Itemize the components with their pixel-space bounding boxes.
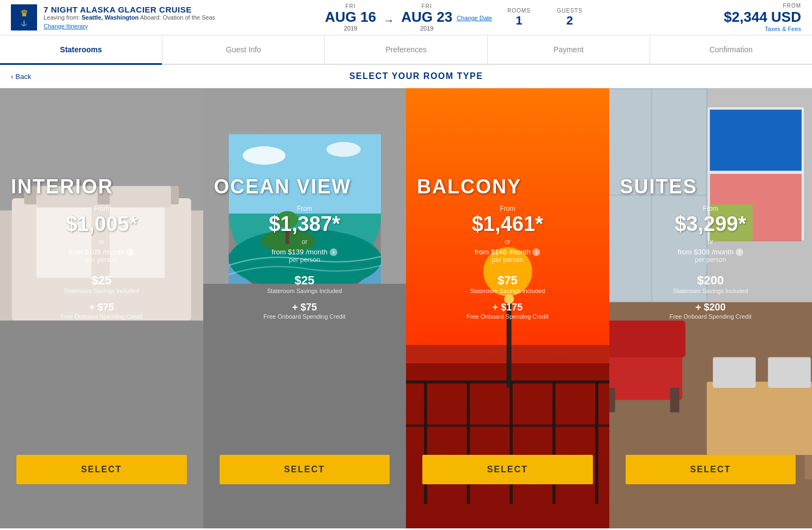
change-date-link[interactable]: Change Date [457, 15, 492, 21]
balcony-per-person: per person [417, 256, 598, 264]
balcony-select-area: SELECT [417, 455, 598, 493]
suites-price: $3,299* [620, 212, 802, 236]
departure-date-block: FRI AUG 16 2019 [325, 3, 376, 32]
tab-guest-info[interactable]: Guest Info [162, 35, 325, 64]
balcony-monthly-amount: from $146 [475, 248, 507, 256]
balcony-price: $1,461* [417, 212, 598, 236]
ocean-savings-label: Stateroom Savings Included [214, 288, 396, 294]
tab-preferences[interactable]: Preferences [325, 35, 487, 64]
balcony-room-name: BALCONY [417, 175, 598, 198]
ocean-credit: + $75 Free Onboard Spending Credit [214, 302, 396, 320]
price-section: From $2,344 USD Taxes & Fees [703, 3, 801, 32]
room-card-ocean: OCEAN VIEW From $1,387* or from $139 /mo… [203, 88, 407, 528]
balcony-credit-label: Free Onboard Spending Credit [417, 313, 598, 320]
suites-per-person: per person [620, 256, 802, 264]
room-card-balcony: BALCONY From $1,461* or from $146 /month… [406, 88, 609, 528]
tab-staterooms[interactable]: Staterooms [0, 35, 162, 64]
guests-label: GUESTS [557, 8, 583, 14]
interior-select-button[interactable]: SELECT [16, 455, 187, 484]
ocean-monthly-label: /month [306, 248, 328, 256]
rooms-value: 1 [507, 14, 531, 28]
brand-logo-icon: ♛ ⚓ [11, 4, 37, 31]
interior-card-content: INTERIOR From $1,005* or from $105 /mont… [0, 88, 203, 493]
room-cards-container: INTERIOR From $1,005* or from $105 /mont… [0, 88, 812, 528]
interior-credit-label: Free Onboard Spending Credit [11, 313, 192, 320]
balcony-credit-amount: + $175 [417, 302, 598, 313]
ocean-card-content: OCEAN VIEW From $1,387* or from $139 /mo… [203, 88, 407, 493]
logo-text: 7 NIGHT ALASKA GLACIER CRUISE Leaving fr… [44, 5, 215, 31]
leaving-label: Leaving from: [44, 14, 80, 21]
suites-select-button[interactable]: SELECT [626, 455, 796, 484]
return-date-value: AUG 23 [401, 9, 452, 25]
guests-stat: GUESTS 2 [557, 8, 583, 28]
cruise-title: 7 NIGHT ALASKA GLACIER CRUISE [44, 5, 215, 14]
return-year: 2019 [401, 25, 452, 32]
balcony-select-button[interactable]: SELECT [422, 455, 593, 484]
interior-room-name: INTERIOR [11, 175, 192, 198]
suites-credit-amount: + $200 [620, 302, 802, 313]
back-button[interactable]: ‹ Back [11, 72, 31, 81]
departure-city: Seattle, Washington [82, 14, 139, 21]
room-card-interior: INTERIOR From $1,005* or from $105 /mont… [0, 88, 203, 528]
back-bar: ‹ Back SELECT YOUR ROOM TYPE [0, 65, 812, 88]
suites-savings-label: Stateroom Savings Included [620, 288, 802, 294]
interior-per-person: per person [11, 256, 192, 264]
navigation-tabs: Staterooms Guest Info Preferences Paymen… [0, 35, 812, 65]
tab-guest-info-label: Guest Info [226, 45, 262, 54]
ocean-price: $1,387* [214, 212, 396, 236]
ocean-savings: $25 Stateroom Savings Included [214, 273, 396, 294]
balcony-credit: + $175 Free Onboard Spending Credit [417, 302, 598, 320]
rooms-label: ROOMS [507, 8, 531, 14]
balcony-or: or [417, 238, 598, 246]
ocean-room-name: OCEAN VIEW [214, 175, 396, 198]
svg-text:♛: ♛ [20, 9, 28, 18]
ocean-per-person: per person [214, 256, 396, 264]
departure-date-value: AUG 16 [325, 9, 376, 25]
page-title: SELECT YOUR ROOM TYPE [31, 71, 801, 81]
guests-value: 2 [557, 14, 583, 28]
balcony-monthly: from $146 /month i [417, 248, 598, 256]
tab-payment[interactable]: Payment [488, 35, 650, 64]
ocean-select-area: SELECT [214, 455, 396, 493]
ocean-or: or [214, 238, 396, 246]
departure-year: 2019 [325, 25, 376, 32]
suites-savings-amount: $200 [620, 273, 802, 288]
ship-name: Ovation of the Seas [162, 14, 215, 21]
balcony-info-icon: i [532, 248, 540, 256]
suites-credit: + $200 Free Onboard Spending Credit [620, 302, 802, 320]
balcony-savings: $75 Stateroom Savings Included [417, 273, 598, 294]
balcony-savings-amount: $75 [417, 273, 598, 288]
price-from-label: From [703, 3, 801, 9]
suites-select-area: SELECT [620, 455, 802, 493]
suites-or: or [620, 238, 802, 246]
departure-info: Leaving from: Seattle, Washington Aboard… [44, 14, 215, 21]
interior-monthly-amount: from $105 [69, 248, 101, 256]
interior-credit-amount: + $75 [11, 302, 192, 313]
tab-preferences-label: Preferences [385, 45, 426, 54]
tab-confirmation[interactable]: Confirmation [650, 35, 812, 64]
balcony-from-label: From [417, 205, 598, 212]
change-itinerary-link[interactable]: Change Itinerary [44, 23, 88, 29]
tab-staterooms-label: Staterooms [60, 45, 102, 54]
ocean-from-label: From [214, 205, 396, 212]
aboard-label: Aboard: [140, 14, 161, 21]
interior-select-area: SELECT [11, 455, 192, 493]
return-date-block: FRI AUG 23 2019 [401, 3, 452, 32]
suites-info-icon: i [736, 248, 743, 256]
back-arrow-icon: ‹ [11, 72, 13, 81]
interior-savings-amount: $25 [11, 273, 192, 288]
suites-monthly: from $308 /month i [620, 248, 802, 256]
suites-card-content: SUITES From $3,299* or from $308 /month … [609, 88, 813, 493]
ocean-savings-amount: $25 [214, 273, 396, 288]
suites-credit-label: Free Onboard Spending Credit [620, 313, 802, 320]
ocean-select-button[interactable]: SELECT [220, 455, 390, 484]
balcony-card-content: BALCONY From $1,461* or from $146 /month… [406, 88, 609, 493]
dates-section: FRI AUG 16 2019 → FRI AUG 23 2019 Change… [215, 3, 703, 32]
interior-monthly-label: /month [103, 248, 125, 256]
page-header: ♛ ⚓ 7 NIGHT ALASKA GLACIER CRUISE Leavin… [0, 0, 812, 35]
suites-monthly-label: /month [712, 248, 734, 256]
back-label: Back [15, 72, 31, 81]
ocean-monthly: from $139 /month i [214, 248, 396, 256]
interior-info-icon: i [126, 248, 134, 256]
taxes-label: Taxes & Fees [703, 26, 801, 32]
